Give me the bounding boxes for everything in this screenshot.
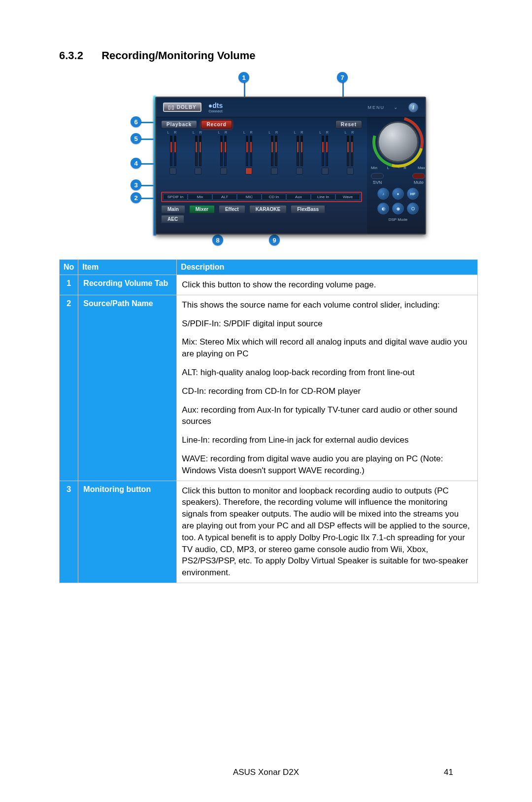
volume-slider[interactable]	[250, 136, 252, 166]
channel-lr: L R	[243, 131, 255, 134]
menu-label[interactable]: MENU	[368, 105, 385, 110]
callout-8: 8	[212, 235, 223, 245]
volume-slider[interactable]	[174, 136, 176, 166]
channel-lr: L R	[319, 131, 331, 134]
channel-strip-row: L R L R L R L R L R L R L R L R	[161, 131, 362, 190]
volume-slider[interactable]	[199, 136, 201, 166]
volume-slider[interactable]	[246, 136, 248, 166]
dts-logo: ●dts Connect	[208, 102, 223, 113]
main-tab[interactable]: Main	[161, 205, 185, 213]
page-footer: ASUS Xonar D2X 41	[0, 767, 532, 777]
mute-label: Mute	[414, 180, 424, 185]
mixer-header: ▯▯ DOLBY ●dts Connect MENU ⌄ i	[156, 98, 425, 117]
volume-slider[interactable]	[195, 136, 198, 166]
dsp-icon[interactable]: ♪	[377, 188, 389, 200]
row-item: Monitoring button	[78, 481, 177, 583]
row-no: 1	[60, 275, 78, 295]
dsp-icon[interactable]: ⬡	[407, 203, 419, 214]
dsp-icon[interactable]: ◉	[392, 203, 404, 214]
dsp-icon[interactable]: ●	[392, 188, 404, 200]
footer-page-number: 41	[444, 767, 453, 777]
aec-tab[interactable]: AEC	[161, 215, 184, 223]
volume-slider[interactable]	[351, 136, 353, 166]
flexbass-tab[interactable]: FlexBass	[291, 205, 325, 213]
mute-checkbox[interactable]	[195, 168, 201, 174]
mixer-tab[interactable]: Mixer	[189, 205, 215, 213]
volume-slider[interactable]	[347, 136, 349, 166]
source-label: Line In	[311, 194, 335, 200]
section-number: 6.3.2	[59, 49, 99, 62]
effect-tab[interactable]: Effect	[219, 205, 245, 213]
source-label: Mix	[188, 194, 212, 200]
mute-toggle[interactable]	[412, 173, 425, 179]
source-label: Aux	[286, 194, 311, 200]
col-item: Item	[78, 260, 177, 275]
section-heading: 6.3.2 Recording/Monitoring Volume	[59, 49, 478, 62]
row-description: Click this button to monitor and loopbac…	[177, 481, 478, 583]
channel-lr: L R	[294, 131, 305, 134]
source-label: Wave	[335, 194, 360, 200]
min-label: Min	[371, 166, 377, 170]
volume-slider[interactable]	[297, 136, 299, 166]
volume-slider[interactable]	[275, 136, 277, 166]
mute-checkbox[interactable]	[322, 168, 329, 174]
master-volume-knob[interactable]	[377, 121, 419, 163]
volume-slider[interactable]	[300, 136, 303, 166]
callout-4: 4	[131, 158, 141, 169]
channel-lr: L R	[193, 131, 204, 134]
channel-lr: L R	[345, 131, 356, 134]
info-button[interactable]: i	[408, 103, 418, 112]
karaoke-tab[interactable]: KARAOKE	[249, 205, 287, 213]
mute-checkbox[interactable]	[220, 168, 227, 174]
volume-slider[interactable]	[224, 136, 227, 166]
mixer-panel: ▯▯ DOLBY ●dts Connect MENU ⌄ i Playback …	[155, 97, 426, 235]
callout-3: 3	[131, 179, 141, 190]
callout-9: 9	[269, 235, 280, 245]
row-description: This shows the source name for each volu…	[177, 295, 478, 481]
callout-5: 5	[131, 133, 141, 144]
dsp-mode-label: DSP Mode	[389, 217, 408, 222]
col-description: Description	[177, 260, 478, 275]
mute-checkbox[interactable]	[169, 168, 176, 174]
source-label: SPDIF In	[163, 194, 188, 200]
row-item: Source/Path Name	[78, 295, 177, 481]
volume-slider[interactable]	[271, 136, 273, 166]
source-label: CD In	[262, 194, 286, 200]
master-volume-area: Min L · · R Max SVN Mute ♪ ● HF ◐	[367, 117, 426, 235]
channel-lr: L R	[167, 131, 179, 134]
volume-slider[interactable]	[322, 136, 324, 166]
svn-label: SVN	[373, 180, 382, 185]
callout-2: 2	[131, 192, 141, 203]
dsp-icon[interactable]: ◐	[377, 203, 389, 214]
dsp-hf-icon[interactable]: HF	[407, 188, 419, 200]
max-label: Max	[418, 166, 425, 170]
row-no: 3	[60, 481, 78, 583]
mute-checkbox[interactable]	[347, 168, 354, 174]
playback-tab[interactable]: Playback	[161, 120, 197, 129]
row-item: Recording Volume Tab	[78, 275, 177, 295]
mixer-area: Playback Record Reset L R L R L R L R L …	[156, 117, 367, 235]
mute-checkbox[interactable]	[296, 168, 303, 174]
source-name-strip: SPDIF In Mix ALT MIC CD In Aux Line In W…	[161, 192, 362, 202]
volume-slider[interactable]	[326, 136, 328, 166]
dolby-logo: ▯▯ DOLBY	[163, 103, 201, 112]
svn-toggle[interactable]	[371, 173, 384, 179]
channel-lr: L R	[218, 131, 230, 134]
menu-dropdown-icon[interactable]: ⌄	[394, 105, 398, 110]
source-label: ALT	[212, 194, 237, 200]
volume-slider[interactable]	[170, 136, 172, 166]
footer-product: ASUS Xonar D2X	[233, 767, 299, 777]
bottom-tab-bar: Main Mixer Effect KARAOKE FlexBass	[161, 205, 362, 213]
col-no: No	[60, 260, 78, 275]
mute-checkbox[interactable]	[245, 168, 252, 174]
source-label: MIC	[237, 194, 262, 200]
volume-slider[interactable]	[220, 136, 223, 166]
callout-1: 1	[238, 72, 249, 83]
reset-button[interactable]: Reset	[335, 120, 362, 129]
callout-7: 7	[337, 72, 348, 83]
mute-checkbox[interactable]	[271, 168, 278, 174]
channel-lr: L R	[268, 131, 280, 134]
record-tab[interactable]: Record	[201, 120, 232, 129]
row-no: 2	[60, 295, 78, 481]
dsp-mode-icons: ♪ ● HF	[377, 188, 419, 200]
